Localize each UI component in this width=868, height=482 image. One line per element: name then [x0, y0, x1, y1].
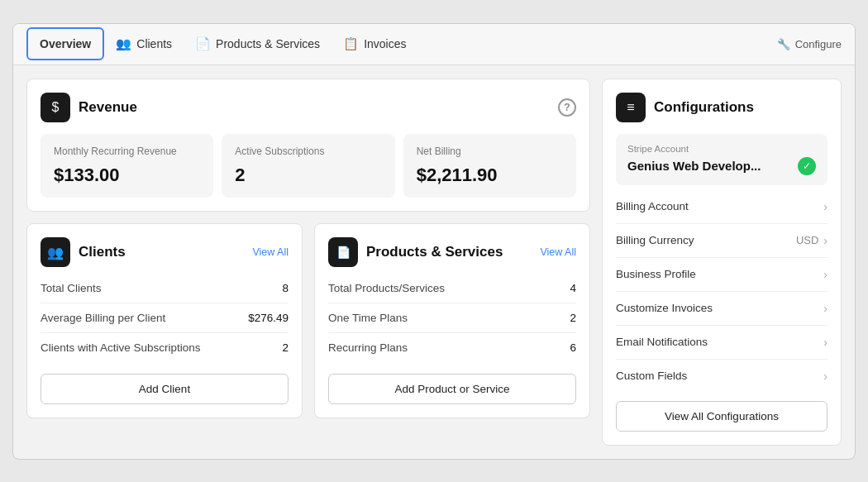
products-icon: 📄 — [195, 36, 211, 51]
config-title: Configurations — [654, 99, 754, 116]
config-row-custom-fields[interactable]: Custom Fields › — [616, 360, 827, 393]
wrench-icon: 🔧 — [777, 38, 790, 50]
business-profile-right: › — [823, 268, 827, 281]
clients-active-subs-value: 2 — [282, 341, 289, 354]
tab-invoices[interactable]: 📋 Invoices — [331, 28, 417, 60]
config-row-billing-currency[interactable]: Billing Currency USD › — [616, 224, 827, 258]
configure-button[interactable]: 🔧 Configure — [777, 38, 842, 50]
tab-products-services[interactable]: 📄 Products & Services — [184, 28, 331, 60]
billing-currency-label: Billing Currency — [616, 234, 694, 246]
avg-billing-label: Average Billing per Client — [41, 312, 165, 324]
chevron-icon-4: › — [823, 336, 827, 349]
stat-active-subs: Clients with Active Subscriptions 2 — [41, 333, 289, 362]
stripe-account-label: Stripe Account — [627, 144, 816, 154]
products-title: Products & Services — [366, 244, 503, 260]
config-row-customize-invoices[interactable]: Customize Invoices › — [616, 292, 827, 326]
right-column: ≡ Configurations Stripe Account Genius W… — [602, 79, 842, 446]
config-icon: ≡ — [616, 93, 646, 122]
tab-overview[interactable]: Overview — [26, 27, 104, 60]
revenue-metrics: Monthly Recurring Revenue $133.00 Active… — [41, 134, 576, 198]
email-notifications-label: Email Notifications — [616, 336, 708, 348]
clients-icon: 👥 — [116, 36, 131, 51]
stripe-verified-icon: ✓ — [798, 157, 816, 175]
stripe-account-name: Genius Web Develop... — [627, 159, 761, 173]
help-icon[interactable]: ? — [558, 98, 576, 117]
metric-mrr-label: Monthly Recurring Revenue — [54, 146, 200, 159]
chevron-icon-0: › — [823, 200, 827, 213]
chevron-icon-3: › — [823, 302, 827, 315]
avg-billing-value: $276.49 — [248, 312, 289, 324]
total-clients-value: 8 — [282, 282, 289, 294]
stat-one-time-plans: One Time Plans 2 — [328, 303, 576, 333]
one-time-plans-value: 2 — [570, 312, 576, 324]
metric-billing-value: $2,211.90 — [417, 165, 563, 186]
tab-products-label: Products & Services — [216, 37, 320, 50]
clients-card-icon: 👥 — [41, 237, 70, 267]
configurations-card: ≡ Configurations Stripe Account Genius W… — [602, 79, 842, 446]
nav-bar: Overview 👥 Clients 📄 Products & Services… — [13, 24, 855, 65]
config-rows: Billing Account › Billing Currency USD › — [616, 190, 827, 393]
app-container: Overview 👥 Clients 📄 Products & Services… — [12, 23, 856, 460]
left-column: $ Revenue ? Monthly Recurring Revenue $1… — [26, 79, 590, 446]
tab-clients[interactable]: 👥 Clients — [104, 28, 184, 60]
add-client-button[interactable]: Add Client — [41, 374, 289, 404]
products-card: 📄 Products & Services View All Total Pro… — [314, 223, 590, 418]
chevron-icon-2: › — [823, 268, 827, 281]
bottom-row: 👥 Clients View All Total Clients 8 Avera… — [26, 223, 590, 418]
customize-invoices-right: › — [823, 302, 827, 315]
tab-invoices-label: Invoices — [364, 37, 406, 50]
products-card-icon: 📄 — [328, 237, 358, 267]
revenue-card-header: $ Revenue ? — [41, 93, 576, 122]
clients-header: 👥 Clients View All — [41, 237, 289, 267]
billing-currency-right: USD › — [796, 234, 827, 247]
metric-billing-label: Net Billing — [417, 146, 563, 159]
invoices-icon: 📋 — [343, 36, 359, 51]
stripe-account-box: Stripe Account Genius Web Develop... ✓ — [616, 134, 827, 185]
recurring-plans-label: Recurring Plans — [328, 341, 408, 354]
metric-active-subs: Active Subscriptions 2 — [222, 134, 394, 198]
main-content: $ Revenue ? Monthly Recurring Revenue $1… — [13, 65, 855, 459]
tab-overview-label: Overview — [40, 37, 91, 50]
clients-view-all-link[interactable]: View All — [252, 246, 289, 258]
custom-fields-right: › — [823, 370, 827, 383]
total-products-value: 4 — [570, 282, 576, 294]
billing-account-chevron: › — [823, 200, 827, 213]
revenue-card: $ Revenue ? Monthly Recurring Revenue $1… — [26, 79, 590, 212]
config-row-billing-account[interactable]: Billing Account › — [616, 190, 827, 224]
total-clients-label: Total Clients — [41, 282, 102, 294]
clients-title: Clients — [79, 244, 126, 260]
config-row-email-notifications[interactable]: Email Notifications › — [616, 326, 827, 360]
custom-fields-label: Custom Fields — [616, 370, 687, 382]
configure-label: Configure — [795, 38, 842, 50]
stripe-name-row: Genius Web Develop... ✓ — [627, 157, 816, 175]
stat-total-clients: Total Clients 8 — [41, 274, 289, 303]
config-row-business-profile[interactable]: Business Profile › — [616, 258, 827, 292]
stat-avg-billing: Average Billing per Client $276.49 — [41, 303, 289, 333]
total-products-label: Total Products/Services — [328, 282, 445, 294]
email-notifications-right: › — [823, 336, 827, 349]
chevron-icon-1: › — [823, 234, 827, 247]
chevron-icon-5: › — [823, 370, 827, 383]
billing-currency-value: USD — [796, 234, 818, 246]
revenue-title: Revenue — [79, 99, 137, 116]
config-header: ≡ Configurations — [616, 93, 827, 122]
clients-card: 👥 Clients View All Total Clients 8 Avera… — [26, 223, 303, 418]
metric-subs-label: Active Subscriptions — [235, 146, 381, 159]
stat-total-products: Total Products/Services 4 — [328, 274, 576, 303]
view-all-configurations-button[interactable]: View All Configurations — [616, 401, 827, 432]
one-time-plans-label: One Time Plans — [328, 312, 408, 324]
stat-recurring-plans: Recurring Plans 6 — [328, 333, 576, 362]
products-view-all-link[interactable]: View All — [540, 246, 576, 258]
clients-stats: Total Clients 8 Average Billing per Clie… — [41, 274, 289, 362]
clients-active-subs-label: Clients with Active Subscriptions — [41, 341, 201, 354]
metric-net-billing: Net Billing $2,211.90 — [403, 134, 576, 198]
customize-invoices-label: Customize Invoices — [616, 302, 713, 314]
metric-mrr-value: $133.00 — [54, 165, 200, 186]
metric-mrr: Monthly Recurring Revenue $133.00 — [41, 134, 213, 198]
tab-clients-label: Clients — [136, 37, 172, 50]
add-product-button[interactable]: Add Product or Service — [328, 374, 576, 404]
metric-subs-value: 2 — [235, 165, 381, 186]
revenue-icon: $ — [41, 93, 70, 122]
products-header: 📄 Products & Services View All — [328, 237, 576, 267]
business-profile-label: Business Profile — [616, 268, 696, 280]
